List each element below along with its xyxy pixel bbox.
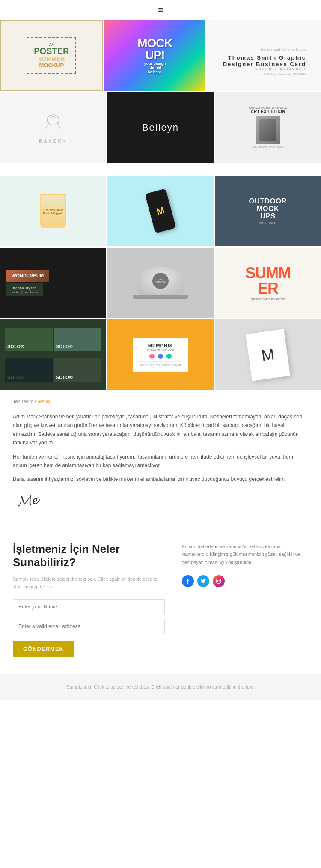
gallery-row-5: SOLO® SOLO® SOLO® SOLO® MEMPHIS www.exam… (0, 319, 321, 390)
gallery-cell-wonderbum[interactable]: WONDERBUM Karina Dryson karina@email.com (0, 248, 106, 318)
gallery-top: A4 POSTER SUMMER MOCKUP MOCKUP! your des… (0, 20, 321, 163)
services-right-text: En son haberlerin ve venenat'ın aylık öz… (182, 543, 308, 567)
instagram-icon[interactable] (213, 575, 225, 587)
services-sample-text: Sample text. Click to select the text bo… (13, 576, 165, 591)
gallery-cell-sign[interactable]: Beileyn (107, 92, 214, 163)
gallery-cell-business-card[interactable]: thomas.smith@email.com Thomas Smith Grap… (207, 20, 321, 91)
email-input[interactable] (13, 619, 165, 634)
gallery-row-3: ORANGINA Fresh & Organic M OUTDOORMOCKUP… (0, 176, 321, 246)
about-text: Adım Mark Stanson ve ben yaratıcı bir pa… (13, 412, 308, 484)
svg-point-3 (220, 579, 220, 580)
header: ≡ (0, 0, 321, 20)
services-left: İşletmeniz İçin Neler Sunabiliriz? Sampl… (13, 543, 165, 658)
svg-rect-1 (217, 579, 221, 583)
signature: 𝓜𝓮 (13, 492, 308, 508)
gallery-spacer (0, 163, 321, 176)
footer: Sample text. Click to select the text bo… (0, 674, 321, 700)
freepik-credit: Ten resim Freepik (13, 399, 308, 404)
svg-point-2 (217, 580, 220, 582)
gallery-bottom: ORANGINA Fresh & Organic M OUTDOORMOCKUP… (0, 176, 321, 390)
submit-button[interactable]: GÖNDERMEK (13, 641, 74, 657)
gallery-cell-solo[interactable]: SOLO® SOLO® SOLO® SOLO® (0, 319, 106, 390)
svg-point-0 (47, 115, 59, 125)
gallery-cell-billboard[interactable]: MOCKUP! your designshouldbe here. (104, 20, 206, 91)
about-para-1: Adım Mark Stanson ve ben yaratıcı bir pa… (13, 412, 308, 447)
gallery-cell-phone[interactable]: M (107, 176, 214, 246)
gallery-cell-letter[interactable]: M (215, 319, 321, 390)
gallery-cell-exhibition[interactable]: AVALANCHE ANNUAL ART EXHIBITION EXHIBITI… (215, 92, 321, 163)
footer-text: Sample text. Click to select the text bo… (13, 683, 308, 691)
gallery-row-4: WONDERBUM Karina Dryson karina@email.com… (0, 248, 321, 318)
email-form-group (13, 619, 165, 634)
services-right: En son haberlerin ve venenat'ın aylık öz… (182, 543, 308, 658)
about-section: Ten resim Freepik Adım Mark Stanson ve b… (0, 390, 321, 525)
twitter-icon[interactable] (197, 575, 209, 587)
gallery-row-2: BAKERY Beileyn AVALANCHE ANNUAL ART EXHI… (0, 92, 321, 163)
about-para-3: Bana tasarım ihtiyaçlarınızı söyleyin ve… (13, 475, 308, 483)
name-input[interactable] (13, 599, 165, 614)
gallery-cell-cap[interactable]: CAPDESIGN (107, 248, 214, 318)
card-name: Thomas Smith Graphic Designer Business C… (222, 54, 306, 67)
name-form-group (13, 599, 165, 614)
about-para-2: Her türden ve her tür nesne için ambalaj… (13, 453, 308, 470)
services-title: İşletmeniz İçin Neler Sunabiliriz? (13, 543, 165, 569)
gallery-cell-drink[interactable]: ORANGINA Fresh & Organic (0, 176, 106, 246)
menu-icon[interactable]: ≡ (158, 5, 163, 15)
signature-image: 𝓜𝓮 (16, 492, 38, 509)
gallery-cell-summer[interactable]: SUMMER garden plants collection (215, 248, 321, 318)
social-icons (182, 575, 308, 587)
gallery-cell-bag[interactable]: BAKERY (0, 92, 106, 163)
gallery-cell-outdoor[interactable]: OUTDOORMOCKUPS MORE INFO (215, 176, 321, 246)
gallery-row-1: A4 POSTER SUMMER MOCKUP MOCKUP! your des… (0, 20, 321, 91)
services-section: İşletmeniz İçin Neler Sunabiliriz? Sampl… (0, 525, 321, 675)
gallery-cell-memphis[interactable]: MEMPHIS www.example.com 01-123-4567 | YO… (107, 319, 214, 390)
facebook-icon[interactable] (182, 575, 194, 587)
gallery-cell-poster[interactable]: A4 POSTER SUMMER MOCKUP (0, 20, 103, 91)
freepik-link[interactable]: Freepik (35, 399, 51, 404)
